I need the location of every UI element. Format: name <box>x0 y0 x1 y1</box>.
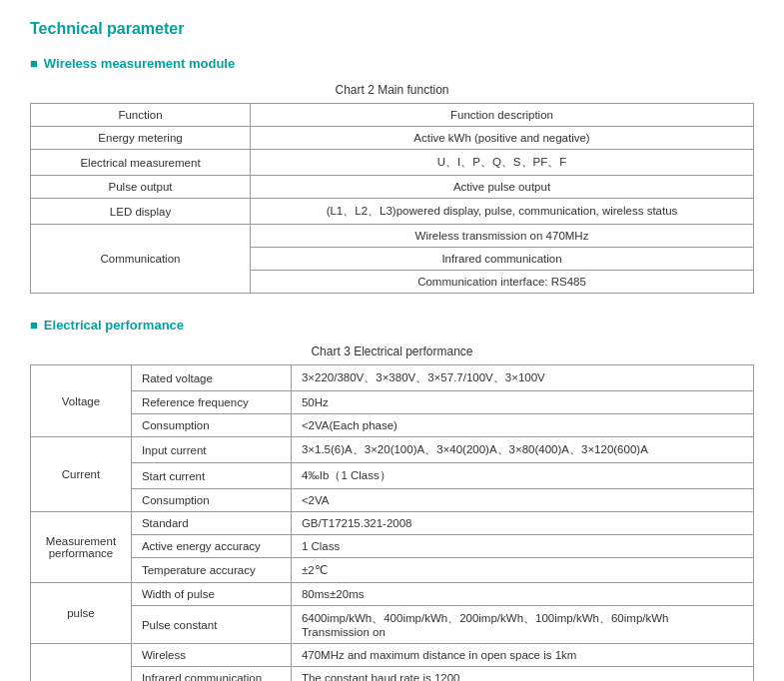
table-row: Infrared communication <box>251 248 754 271</box>
table-row: LED display <box>31 199 251 225</box>
table-row: Communication interface: RS485 <box>251 271 754 294</box>
group-label: Communication <box>31 644 132 682</box>
table-row: (L1、L2、L3)powered display, pulse, commun… <box>251 199 754 225</box>
row-label: Active energy accuracy <box>131 535 291 558</box>
row-value: GB/T17215.321-2008 <box>291 512 753 535</box>
row-label: Reference frequency <box>131 391 291 414</box>
row-value: <2VA(Each phase) <box>291 414 753 437</box>
row-label: Consumption <box>131 489 291 512</box>
page-title: Technical parameter <box>30 20 754 38</box>
row-value: 50Hz <box>291 391 753 414</box>
table-row: Electrical measurement <box>31 150 251 176</box>
table-row: Communication <box>31 225 251 294</box>
row-label: Rated voltage <box>131 365 291 391</box>
group-label: Measurement performance <box>31 512 132 583</box>
table-row: Wireless transmission on 470MHz <box>251 225 754 248</box>
row-label: Input current <box>131 437 291 463</box>
row-label: Width of pulse <box>131 583 291 606</box>
group-label: Voltage <box>31 365 132 437</box>
row-value: 4‰Ib（1 Class） <box>291 463 753 489</box>
row-label: Consumption <box>131 414 291 437</box>
row-label: Pulse constant <box>131 606 291 644</box>
chart2-table: Function Function description Energy met… <box>30 103 754 294</box>
group-label: Current <box>31 437 132 512</box>
table-row: Pulse output <box>31 176 251 199</box>
row-value: <2VA <box>291 489 753 512</box>
row-value: 3×220/380V、3×380V、3×57.7/100V、3×100V <box>291 365 753 391</box>
chart2-title: Chart 2 Main function <box>30 83 754 97</box>
row-value: 1 Class <box>291 535 753 558</box>
row-label: Start current <box>131 463 291 489</box>
table-row: Energy metering <box>31 127 251 150</box>
row-value: 6400imp/kWh、400imp/kWh、200imp/kWh、100imp… <box>291 606 753 644</box>
section1-title: Wireless measurement module <box>30 56 754 71</box>
row-value: 80ms±20ms <box>291 583 753 606</box>
row-value: 470MHz and maximum distance in open spac… <box>291 644 753 667</box>
row-label: Wireless <box>131 644 291 667</box>
col-function-header: Function <box>31 104 251 127</box>
section2-title: Electrical performance <box>30 318 754 333</box>
col-description-header: Function description <box>251 104 754 127</box>
table-row: U、I、P、Q、S、PF、F <box>251 150 754 176</box>
table-row: Active kWh (positive and negative) <box>251 127 754 150</box>
chart3-title: Chart 3 Electrical performance <box>30 344 754 358</box>
row-value: The constant baud rate is 1200 <box>291 667 753 682</box>
row-label: Temperature accuracy <box>131 558 291 583</box>
table-row: Active pulse output <box>251 176 754 199</box>
row-value: 3×1.5(6)A、3×20(100)A、3×40(200)A、3×80(400… <box>291 437 753 463</box>
group-label: pulse <box>31 583 132 644</box>
row-label: Infrared communication <box>131 667 291 682</box>
row-label: Standard <box>131 512 291 535</box>
row-value: ±2℃ <box>291 558 753 583</box>
chart3-table: VoltageRated voltage3×220/380V、3×380V、3×… <box>30 364 754 681</box>
